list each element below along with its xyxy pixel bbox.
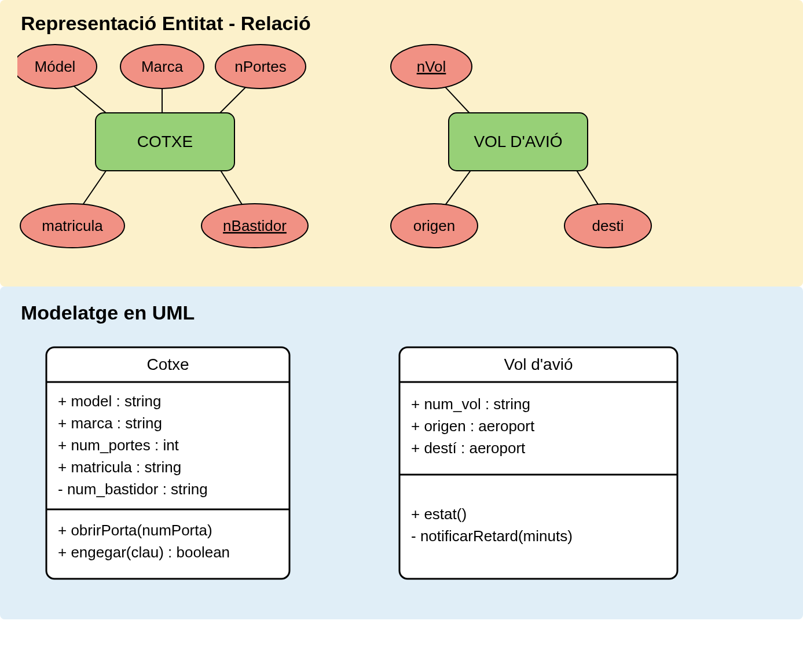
uml-cotxe-attr: - num_bastidor : string bbox=[58, 480, 208, 498]
entity-vol-label: VOL D'AVIÓ bbox=[474, 133, 562, 150]
svg-text:desti: desti bbox=[592, 217, 624, 234]
svg-text:nBastidor: nBastidor bbox=[223, 217, 287, 234]
attr-origen: origen bbox=[391, 204, 478, 248]
uml-vol-attr: + destí : aeroport bbox=[411, 439, 526, 457]
svg-text:origen: origen bbox=[413, 217, 455, 234]
svg-text:matricula: matricula bbox=[42, 217, 103, 234]
uml-vol-attr: + origen : aeroport bbox=[411, 417, 535, 435]
svg-text:nVol: nVol bbox=[417, 58, 446, 75]
uml-cotxe-op: + engegar(clau) : boolean bbox=[58, 544, 230, 561]
attr-nbastidor: nBastidor bbox=[201, 204, 308, 248]
uml-class-cotxe: Cotxe + model : string + marca : string … bbox=[46, 347, 289, 579]
attr-desti: desti bbox=[564, 204, 651, 248]
uml-cotxe-op: + obrirPorta(numPorta) bbox=[58, 522, 212, 539]
entity-cotxe: COTXE bbox=[61, 75, 258, 220]
er-panel: Representació Entitat - Relació COTXE Mó… bbox=[0, 0, 803, 287]
uml-cotxe-attr: + marca : string bbox=[58, 414, 162, 432]
attr-nportes: nPortes bbox=[215, 45, 306, 89]
attr-model: Módel bbox=[17, 45, 97, 89]
attr-marca: Marca bbox=[120, 45, 204, 89]
uml-vol-op: + estat() bbox=[411, 505, 467, 523]
uml-cotxe-name: Cotxe bbox=[146, 355, 189, 373]
uml-cotxe-attr: + num_portes : int bbox=[58, 436, 179, 454]
uml-panel: Modelatge en UML Cotxe + model : string … bbox=[0, 287, 803, 619]
uml-vol-attr: + num_vol : string bbox=[411, 395, 530, 413]
attr-nvol: nVol bbox=[391, 45, 472, 89]
er-diagram: COTXE Módel Marca nPortes matricula nBas… bbox=[17, 41, 786, 278]
entity-vol: VOL D'AVIÓ bbox=[434, 75, 608, 220]
uml-vol-name: Vol d'avió bbox=[504, 355, 573, 373]
svg-text:Marca: Marca bbox=[141, 58, 184, 75]
svg-text:Módel: Módel bbox=[35, 58, 76, 75]
uml-cotxe-attr: + model : string bbox=[58, 392, 161, 410]
er-title: Representació Entitat - Relació bbox=[21, 12, 786, 35]
uml-title: Modelatge en UML bbox=[21, 302, 786, 324]
attr-matricula: matricula bbox=[20, 204, 124, 248]
uml-class-vol: Vol d'avió + num_vol : string + origen :… bbox=[399, 347, 677, 579]
entity-cotxe-label: COTXE bbox=[137, 133, 193, 150]
uml-cotxe-attr: + matricula : string bbox=[58, 458, 181, 476]
uml-diagram: Cotxe + model : string + marca : string … bbox=[17, 330, 786, 602]
svg-text:nPortes: nPortes bbox=[234, 58, 287, 75]
uml-vol-op: - notificarRetard(minuts) bbox=[411, 527, 573, 545]
